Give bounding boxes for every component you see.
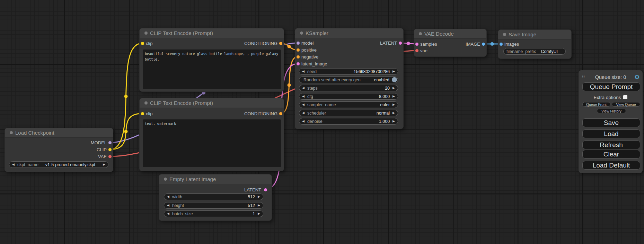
- output-slot-vae[interactable]: VAE: [5, 154, 113, 160]
- output-slot-clip[interactable]: CLIP: [5, 147, 113, 153]
- node-title-bar[interactable]: KSampler: [295, 28, 403, 38]
- node-collapse-dot[interactable]: [300, 31, 303, 35]
- arrow-left-icon[interactable]: ◀: [164, 211, 172, 217]
- prompt-textarea[interactable]: beautiful scenery nature glass bottle la…: [143, 49, 281, 89]
- arrow-right-icon[interactable]: ▶: [390, 85, 398, 91]
- slot-dot-image[interactable]: [482, 43, 485, 46]
- output-slot-model[interactable]: MODEL: [5, 140, 113, 146]
- node-clip-text-encode-positive[interactable]: CLIP Text Encode (Prompt) clip CONDITION…: [139, 28, 284, 92]
- gear-icon[interactable]: ⚙: [634, 73, 640, 81]
- widget-width[interactable]: ◀ width 512 ▶: [164, 193, 263, 200]
- input-slot-negative[interactable]: negative: [295, 54, 403, 60]
- arrow-right-icon[interactable]: ▶: [390, 69, 398, 74]
- comfy-menu-panel[interactable]: ⠿ Queue size: 0 ⚙ Queue Prompt Extra opt…: [579, 70, 643, 173]
- widget-scheduler[interactable]: ◀ scheduler normal ▶: [299, 110, 398, 116]
- node-title-bar[interactable]: Load Checkpoint: [5, 128, 113, 138]
- slot-dot-vae[interactable]: [108, 155, 112, 158]
- node-title: KSampler: [306, 30, 328, 36]
- node-title-bar[interactable]: Empty Latent Image: [159, 174, 272, 184]
- arrow-left-icon[interactable]: ◀: [164, 202, 172, 208]
- arrow-right-icon[interactable]: ▶: [100, 162, 108, 168]
- arrow-right-icon[interactable]: ▶: [255, 202, 263, 208]
- widget-ckpt-name[interactable]: ◀ ckpt_name v1-5-pruned-emaonly.ckpt ▶: [9, 161, 108, 168]
- node-title: CLIP Text Encode (Prompt): [150, 30, 213, 36]
- widget-random-seed-toggle[interactable]: Random seed after every gen enabled: [299, 76, 398, 83]
- node-load-checkpoint[interactable]: Load Checkpoint MODEL CLIP VAE ◀ ckpt_na…: [5, 128, 113, 172]
- node-title-bar[interactable]: CLIP Text Encode (Prompt): [140, 98, 284, 108]
- arrow-right-icon[interactable]: ▶: [255, 211, 263, 217]
- clear-button[interactable]: Clear: [582, 150, 640, 159]
- node-vae-decode[interactable]: VAE Decode samples vae IMAGE: [414, 29, 487, 57]
- toggle-circle-icon[interactable]: [392, 77, 397, 82]
- view-history-button[interactable]: View History: [597, 109, 626, 113]
- widget-sampler-name[interactable]: ◀ sampler_name euler ▶: [299, 101, 398, 108]
- node-collapse-dot[interactable]: [503, 33, 506, 36]
- slot-dot-latent[interactable]: [399, 42, 402, 45]
- slot-dot-conditioning[interactable]: [279, 112, 282, 115]
- output-slot-conditioning[interactable]: CONDITIONING: [140, 111, 284, 117]
- extra-options-checkbox[interactable]: [623, 95, 627, 99]
- arrow-left-icon[interactable]: ◀: [299, 85, 307, 91]
- arrow-left-icon[interactable]: ◀: [299, 102, 307, 108]
- widget-denoise[interactable]: ◀ denoise 1.000 ▶: [299, 118, 398, 125]
- slot-dot-vae[interactable]: [415, 49, 418, 52]
- widget-filename-prefix[interactable]: filename_prefix ComfyUI: [503, 48, 566, 55]
- slot-dot-negative[interactable]: [297, 55, 300, 58]
- input-slot-vae[interactable]: vae: [414, 48, 486, 54]
- node-ksampler[interactable]: KSampler model positive negative latent_…: [295, 28, 404, 129]
- load-default-button[interactable]: Load Default: [582, 161, 640, 170]
- view-queue-button[interactable]: View Queue: [612, 102, 640, 107]
- widget-label: ckpt_name: [17, 162, 38, 167]
- arrow-right-icon[interactable]: ▶: [390, 102, 398, 108]
- refresh-button[interactable]: Refresh: [582, 141, 640, 149]
- node-title: Save Image: [509, 31, 536, 37]
- widget-steps[interactable]: ◀ steps 20 ▶: [299, 85, 398, 91]
- node-collapse-dot[interactable]: [144, 101, 148, 105]
- slot-dot-positive[interactable]: [297, 48, 300, 52]
- slot-dot-latent[interactable]: [264, 188, 267, 191]
- load-button[interactable]: Load: [582, 129, 640, 138]
- arrow-left-icon[interactable]: ◀: [299, 118, 307, 124]
- queue-prompt-button[interactable]: Queue Prompt: [582, 82, 640, 91]
- slot-dot-images[interactable]: [500, 43, 503, 46]
- node-collapse-dot[interactable]: [144, 31, 148, 35]
- widget-seed[interactable]: ◀ seed 156680208700286 ▶: [299, 68, 398, 75]
- input-slot-latent-image[interactable]: latent_image: [295, 61, 403, 67]
- node-collapse-dot[interactable]: [419, 32, 422, 35]
- queue-front-button[interactable]: Queue Front: [582, 102, 610, 107]
- widget-height[interactable]: ◀ height 512 ▶: [164, 202, 263, 209]
- slot-dot-clip[interactable]: [108, 148, 112, 151]
- node-title-bar[interactable]: CLIP Text Encode (Prompt): [140, 28, 284, 38]
- output-slot-conditioning[interactable]: CONDITIONING: [140, 40, 284, 47]
- arrow-right-icon[interactable]: ▶: [255, 194, 263, 200]
- arrow-left-icon[interactable]: ◀: [9, 162, 17, 168]
- arrow-right-icon[interactable]: ▶: [390, 118, 398, 124]
- node-collapse-dot[interactable]: [164, 178, 167, 181]
- input-slot-images[interactable]: images: [498, 41, 571, 47]
- arrow-right-icon[interactable]: ▶: [390, 93, 398, 99]
- slot-dot-conditioning[interactable]: [279, 42, 282, 45]
- arrow-left-icon[interactable]: ◀: [299, 69, 307, 74]
- slot-dot-model[interactable]: [108, 141, 112, 144]
- node-empty-latent-image[interactable]: Empty Latent Image LATENT ◀ width 512 ▶ …: [159, 174, 272, 221]
- arrow-left-icon[interactable]: ◀: [164, 194, 172, 200]
- arrow-left-icon[interactable]: ◀: [299, 93, 307, 99]
- node-save-image[interactable]: Save Image images filename_prefix ComfyU…: [498, 29, 572, 59]
- prompt-textarea[interactable]: text, watermark: [143, 119, 281, 167]
- arrow-right-icon[interactable]: ▶: [390, 110, 398, 116]
- node-title-bar[interactable]: VAE Decode: [414, 29, 486, 39]
- save-button[interactable]: Save: [582, 118, 640, 127]
- node-title: Load Checkpoint: [15, 130, 54, 136]
- output-slot-latent[interactable]: LATENT: [295, 40, 403, 46]
- output-slot-latent[interactable]: LATENT: [159, 187, 272, 193]
- slot-dot-latent-image[interactable]: [297, 62, 300, 65]
- arrow-left-icon[interactable]: ◀: [299, 110, 307, 116]
- node-clip-text-encode-negative[interactable]: CLIP Text Encode (Prompt) clip CONDITION…: [139, 98, 284, 171]
- node-collapse-dot[interactable]: [10, 131, 13, 134]
- widget-batch-size[interactable]: ◀ batch_size 1 ▶: [164, 210, 263, 217]
- output-slot-image[interactable]: IMAGE: [414, 41, 486, 47]
- node-graph-canvas[interactable]: Load Checkpoint MODEL CLIP VAE ◀ ckpt_na…: [0, 0, 644, 244]
- widget-cfg[interactable]: ◀ cfg 8.000 ▶: [299, 93, 398, 100]
- node-title-bar[interactable]: Save Image: [498, 30, 571, 39]
- input-slot-positive[interactable]: positive: [295, 47, 403, 53]
